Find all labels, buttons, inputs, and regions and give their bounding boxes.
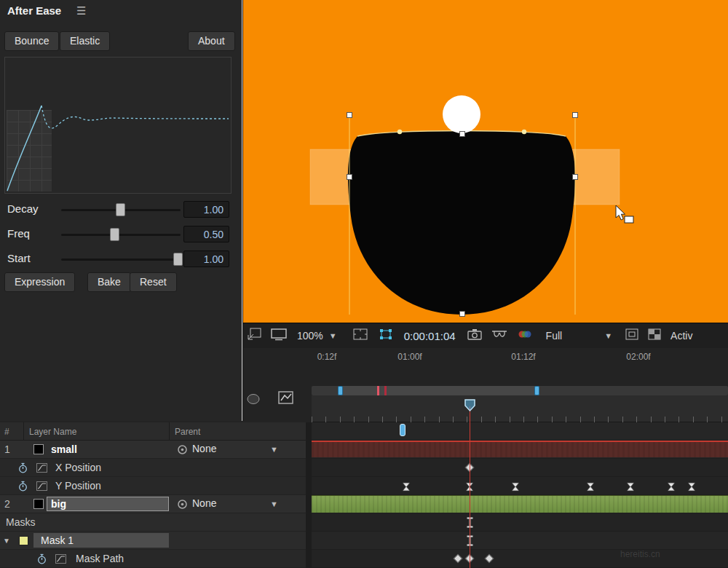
layer-name-editbox[interactable]: big [47,497,169,511]
layer-color-swatch[interactable] [33,499,44,509]
resolution-select[interactable]: Full [546,330,563,342]
track-mask-path[interactable] [312,550,728,568]
property-row-x-position[interactable]: X Position [0,459,306,477]
track-big[interactable] [312,495,728,513]
keyframe-bowtie[interactable] [667,481,676,494]
transform-handle[interactable] [460,312,465,317]
export-frame-icon[interactable] [248,328,262,344]
small-circle[interactable] [443,95,480,133]
property-row-y-position[interactable]: Y Position [0,477,306,495]
property-name[interactable]: X Position [55,462,101,473]
slider-handle[interactable] [173,253,183,266]
decay-value-field[interactable]: 1.00 [183,201,229,218]
parent-dropdown[interactable]: None ▼ [192,497,281,511]
panel-menu-icon[interactable]: ☰ [76,4,86,17]
graph-include-icon[interactable] [55,554,66,566]
slider-handle[interactable] [116,203,125,216]
layer-row-big[interactable]: 2 big None ▼ [0,495,306,513]
freq-slider[interactable] [61,234,181,236]
property-name[interactable]: Mask Path [76,553,124,564]
stopwatch-icon[interactable] [36,553,47,567]
layer-bar-big[interactable] [312,495,728,513]
track-masks[interactable] [312,513,728,532]
playhead[interactable] [464,399,475,415]
layer-bar-small[interactable] [312,441,728,457]
transform-handle[interactable] [460,132,465,137]
comp-marker[interactable] [384,386,387,395]
app-window: 0:12f 01:00f 01:12f 02:00f # Layer Name … [0,0,728,568]
zoom-caret-icon[interactable]: ▼ [329,331,337,340]
slider-handle[interactable] [110,228,119,241]
transparency-grid-icon[interactable] [648,328,661,343]
twirl-down-icon[interactable]: ▼ [3,537,10,545]
work-area-start-handle[interactable] [338,386,343,395]
track-y-position[interactable] [312,477,728,495]
composition-viewport[interactable] [243,0,728,323]
graph-include-icon[interactable] [36,481,47,493]
layer-row-small[interactable]: 1 small None ▼ [0,441,306,459]
playhead-line[interactable] [470,406,470,568]
path-vertex[interactable] [397,130,402,134]
parent-pickwhip-icon[interactable] [177,499,188,512]
tab-bounce[interactable]: Bounce [4,31,59,51]
path-vertex[interactable] [522,130,526,134]
mask-name-highlight[interactable]: Mask 1 [33,533,169,548]
resolution-caret-icon[interactable]: ▼ [604,331,612,340]
keyframe-bowtie[interactable] [402,481,411,494]
snapshot-camera-icon[interactable] [467,328,482,343]
view-layout-select[interactable]: Activ [670,330,692,342]
safe-zones-icon[interactable] [353,328,368,343]
current-timecode[interactable]: 0:00:01:04 [404,330,456,342]
region-of-interest-icon[interactable] [625,328,638,343]
keyframe-diamond[interactable] [454,554,463,564]
monitor-icon[interactable] [271,328,287,344]
track-small[interactable] [312,441,728,459]
work-area-end-handle[interactable] [534,386,539,395]
transform-handle[interactable] [347,113,352,118]
big-shape[interactable] [348,131,575,315]
start-value-field[interactable]: 1.00 [183,251,229,267]
graph-include-icon[interactable] [36,463,47,475]
keyframe-bowtie[interactable] [687,481,696,494]
reset-button[interactable]: Reset [130,272,177,292]
mask-path-row[interactable]: Mask Path [0,550,306,568]
in-point-marker[interactable] [400,424,405,436]
about-button[interactable]: About [188,31,235,51]
decay-slider[interactable] [61,209,181,211]
bake-button[interactable]: Bake [87,272,131,292]
track-mask1[interactable] [312,532,728,550]
mask-color-swatch[interactable] [19,536,28,545]
track-x-position[interactable] [312,459,728,477]
ease-curve-graph [4,57,232,194]
mask-visibility-icon[interactable] [379,328,392,343]
keyframe-diamond[interactable] [485,554,494,564]
mask1-row[interactable]: ▼ Mask 1 [0,532,306,550]
transform-handle[interactable] [347,175,352,180]
tab-elastic[interactable]: Elastic [60,31,110,51]
column-index: # [4,427,9,437]
transform-handle[interactable] [573,113,578,118]
comp-marker[interactable] [377,386,379,395]
start-slider[interactable] [61,259,181,261]
expression-button[interactable]: Expression [4,272,75,292]
zoom-level[interactable]: 100% [297,330,323,342]
keyframe-bowtie[interactable] [511,481,520,494]
masks-group-row[interactable]: Masks [0,513,306,532]
graph-editor-icon[interactable] [278,390,294,408]
transform-handle[interactable] [573,175,578,180]
layer-color-swatch[interactable] [33,444,44,454]
composition-canvas[interactable] [243,0,728,323]
keyframe-bowtie[interactable] [626,481,635,494]
keyframe-bowtie[interactable] [586,481,595,494]
stopwatch-icon[interactable] [17,462,28,476]
property-name[interactable]: Y Position [55,480,101,492]
freq-value-field[interactable]: 0.50 [183,226,229,242]
stopwatch-icon[interactable] [17,481,28,494]
show-snapshot-icon[interactable] [491,329,507,342]
layer-name[interactable]: small [51,443,77,455]
channels-icon[interactable] [517,328,533,343]
parent-dropdown[interactable]: None ▼ [192,443,281,457]
parent-pickwhip-icon[interactable] [177,444,188,457]
work-area-span[interactable] [338,386,539,395]
motion-blur-icon[interactable] [246,393,261,408]
